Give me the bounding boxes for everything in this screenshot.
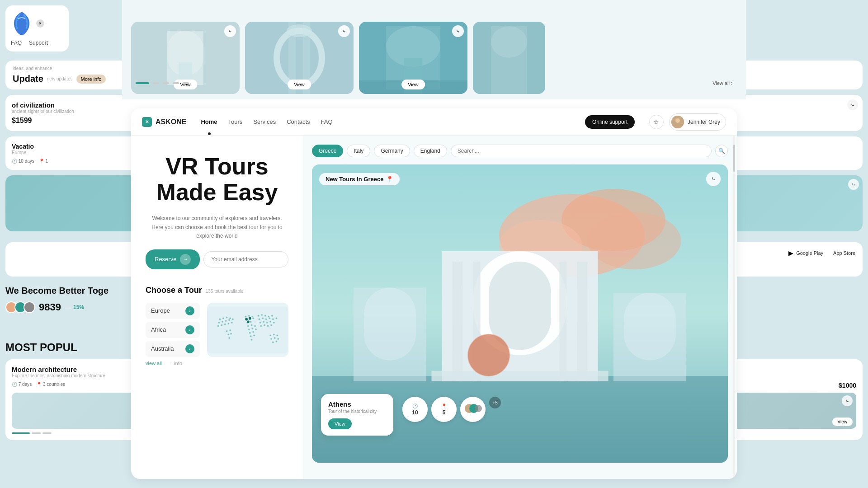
app-store-button[interactable]: App Store [830, 249, 855, 257]
arch-share-button[interactable]: ⤷ [848, 179, 859, 190]
svg-point-91 [270, 338, 272, 340]
online-support-button[interactable]: Online support [585, 115, 635, 129]
svg-point-39 [217, 325, 219, 327]
svg-point-42 [227, 323, 229, 324]
clock-icon: 🕐 [412, 404, 418, 408]
svg-point-83 [273, 322, 275, 324]
greece-scene: Athens Tour of the historical city View … [312, 164, 728, 463]
more-stats-button[interactable]: +5 [489, 397, 501, 408]
nav-contacts[interactable]: Contacts [287, 118, 310, 125]
civ-share-button[interactable]: ⤷ [847, 99, 858, 110]
svg-point-63 [249, 332, 251, 334]
greece-share-button[interactable]: ⤷ [706, 172, 721, 186]
australia-arrow-icon: › [185, 344, 194, 353]
stat-pct: 15% [73, 304, 84, 310]
svg-point-13 [287, 24, 312, 37]
more-info-button[interactable]: More info [76, 75, 106, 84]
svg-point-70 [264, 315, 266, 317]
filter-england[interactable]: England [414, 145, 447, 157]
svg-point-73 [259, 318, 260, 320]
svg-point-51 [252, 316, 254, 318]
nav-right: ☆ Jennifer Grey [649, 113, 726, 131]
svg-point-59 [254, 325, 256, 327]
popular-price: $1000 [839, 382, 856, 389]
avatar-3 [24, 301, 35, 313]
svg-point-98 [247, 320, 250, 323]
svg-point-27 [675, 118, 680, 123]
svg-point-40 [221, 324, 222, 326]
svg-point-35 [222, 321, 223, 323]
svg-point-34 [218, 322, 220, 324]
svg-point-61 [252, 328, 254, 329]
progress-dot-2 [163, 82, 169, 84]
svg-point-87 [270, 324, 272, 326]
close-icon[interactable]: ✕ [36, 19, 44, 28]
panel-left: VR Tours Made Easy Welcome to our commun… [131, 136, 303, 479]
view-all-tours-link[interactable]: view all [146, 361, 162, 366]
svg-point-43 [231, 322, 233, 324]
svg-rect-29 [207, 306, 288, 353]
athens-info-card: Athens Tour of the historical city View [321, 394, 393, 436]
svg-point-121 [475, 405, 482, 412]
reserve-button[interactable]: Reserve → [146, 249, 200, 269]
svg-point-56 [250, 321, 252, 323]
world-map [207, 303, 288, 357]
nav-home[interactable]: Home [201, 118, 217, 125]
greece-card-title: New Tours In Greece 📍 [319, 173, 400, 185]
popular-view-button[interactable]: View [832, 418, 853, 426]
svg-point-33 [229, 317, 231, 319]
search-icon[interactable]: 🔍 [715, 145, 728, 157]
stat-avatar-pill [460, 397, 486, 422]
favorite-button[interactable]: ☆ [649, 115, 664, 129]
tour-europe[interactable]: Europe › [146, 303, 200, 319]
svg-point-68 [258, 315, 259, 317]
greece-card: New Tours In Greece 📍 ⤷ [312, 164, 728, 463]
search-input[interactable] [451, 145, 712, 157]
nav-bar: ✕ ASKONE Home Tours Services Contacts FA… [131, 108, 737, 136]
gallery-share-1[interactable]: ⤷ [224, 25, 236, 37]
vr-tours-panel: ✕ ASKONE Home Tours Services Contacts FA… [131, 108, 737, 479]
svg-point-45 [229, 329, 231, 331]
location-pin-icon: 📍 [386, 176, 393, 183]
svg-point-66 [253, 334, 255, 336]
gallery-progress: View all : [136, 80, 732, 86]
popular-countries: 📍 3 countries [36, 382, 65, 389]
svg-point-93 [277, 338, 279, 340]
update-count: new updates [47, 76, 73, 81]
svg-rect-112 [432, 371, 609, 381]
progress-dot-4 [183, 82, 189, 84]
user-menu[interactable]: Jennifer Grey [669, 113, 726, 131]
stats-pills: 🕐 10 📍 5 [402, 397, 501, 422]
stat-time-pill: 🕐 10 [402, 397, 428, 422]
svg-point-75 [265, 318, 267, 320]
faq-link[interactable]: FAQ [11, 40, 22, 46]
top-gallery-strip: ⤷ View ⤷ View ⤷ View [122, 0, 746, 99]
popular-share-button[interactable]: ⤷ [842, 395, 853, 406]
google-play-button[interactable]: ▶ Google Play [788, 249, 823, 257]
filter-greece[interactable]: Greece [312, 145, 343, 157]
brand-logo-icon [11, 11, 33, 36]
filter-germany[interactable]: Germany [374, 145, 410, 157]
scroll-thumb[interactable] [733, 145, 735, 172]
svg-rect-114 [364, 288, 416, 361]
nav-tours[interactable]: Tours [228, 118, 243, 125]
tour-africa[interactable]: Africa › [146, 322, 200, 338]
progress-dot-active [136, 82, 149, 84]
avatar-stack-icon [464, 400, 482, 418]
gallery-share-3[interactable]: ⤷ [452, 25, 464, 37]
nav-services[interactable]: Services [253, 118, 276, 125]
support-link[interactable]: Support [29, 40, 48, 46]
gallery-share-2[interactable]: ⤷ [338, 25, 350, 37]
svg-point-72 [271, 315, 273, 317]
athens-view-button[interactable]: View [328, 418, 352, 429]
panel-right: Greece Italy Germany England 🔍 New Tours… [303, 136, 737, 479]
nav-faq[interactable]: FAQ [321, 118, 333, 125]
view-all-link[interactable]: View all : [712, 80, 732, 86]
choose-tour-count: 135 tours available [206, 289, 244, 294]
svg-point-46 [227, 333, 229, 335]
email-input[interactable] [203, 251, 288, 267]
scroll-track[interactable] [733, 136, 735, 477]
tour-australia[interactable]: Australia › [146, 341, 200, 357]
svg-point-49 [245, 316, 246, 318]
filter-italy[interactable]: Italy [347, 145, 370, 157]
